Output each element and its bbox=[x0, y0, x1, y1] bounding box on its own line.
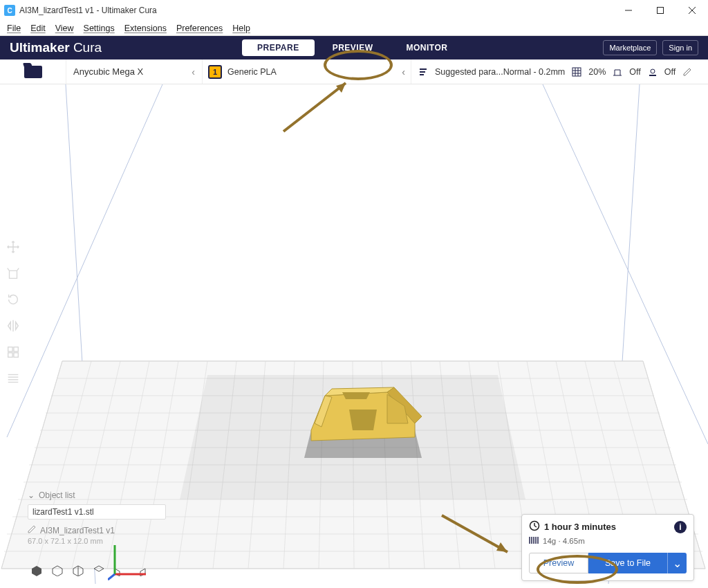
svg-marker-59 bbox=[342, 392, 370, 399]
view-solid-icon[interactable] bbox=[30, 564, 43, 577]
chevron-down-icon: ⌄ bbox=[673, 557, 682, 570]
object-model-name[interactable]: AI3M_lizardTest1 v1 bbox=[28, 525, 166, 535]
support-icon bbox=[613, 67, 622, 77]
stage-tabs: PREPARE PREVIEW MONITOR bbox=[241, 39, 464, 56]
view-front-icon[interactable] bbox=[72, 564, 84, 577]
titlebar: C AI3M_lizardTest1 v1 - Ultimaker Cura bbox=[0, 0, 708, 21]
svg-marker-75 bbox=[94, 566, 104, 571]
material-usage: 14g · 4.65m bbox=[543, 537, 585, 545]
folder-icon bbox=[24, 66, 42, 78]
pencil-icon[interactable] bbox=[682, 67, 692, 77]
close-button[interactable] bbox=[676, 0, 708, 21]
chevron-down-icon: ⌄ bbox=[28, 490, 35, 500]
menu-extensions[interactable]: Extensions bbox=[120, 22, 171, 35]
window-title: AI3M_lizardTest1 v1 - Ultimaker Cura bbox=[19, 6, 157, 15]
menu-view[interactable]: View bbox=[51, 22, 78, 35]
tool-scale[interactable] bbox=[0, 260, 26, 286]
tool-move[interactable] bbox=[0, 234, 26, 260]
minimize-button[interactable] bbox=[613, 0, 644, 21]
window-controls bbox=[613, 0, 708, 21]
tool-support-blocker[interactable] bbox=[0, 365, 26, 392]
view-top-icon[interactable] bbox=[93, 564, 105, 577]
brand-logo: Ultimaker Cura bbox=[10, 40, 102, 55]
adhesion-value: Off bbox=[664, 67, 676, 77]
menu-help[interactable]: Help bbox=[228, 22, 254, 35]
signin-button[interactable]: Sign in bbox=[662, 40, 698, 55]
axis-gizmo bbox=[108, 540, 149, 581]
object-list-toggle[interactable]: ⌄ Object list bbox=[28, 488, 166, 503]
pencil-icon bbox=[28, 525, 36, 535]
print-time: 1 hour 3 minutes bbox=[544, 522, 616, 532]
menu-settings[interactable]: Settings bbox=[80, 22, 119, 35]
material-selector[interactable]: 1 Generic PLA ‹ bbox=[203, 59, 411, 84]
chevron-left-icon: ‹ bbox=[192, 66, 195, 77]
profile-icon bbox=[418, 67, 428, 77]
infill-icon bbox=[572, 67, 581, 77]
support-value: Off bbox=[629, 67, 640, 77]
save-button[interactable]: Save to File bbox=[588, 553, 667, 573]
object-list: ⌄ Object list lizardTest1 v1.stl AI3M_li… bbox=[28, 488, 166, 545]
chevron-left-icon: ‹ bbox=[402, 66, 405, 77]
svg-rect-1 bbox=[658, 8, 664, 14]
menubar: File Edit View Settings Extensions Prefe… bbox=[0, 21, 708, 36]
open-file-button[interactable] bbox=[0, 59, 66, 84]
preview-button[interactable]: Preview bbox=[529, 553, 588, 573]
maximize-button[interactable] bbox=[644, 0, 676, 21]
printer-name: Anycubic Mega X bbox=[73, 66, 143, 77]
svg-rect-64 bbox=[14, 347, 18, 351]
menu-preferences[interactable]: Preferences bbox=[172, 22, 227, 35]
material-lines-icon bbox=[529, 536, 539, 546]
view-xray-icon[interactable] bbox=[51, 564, 64, 577]
menu-file[interactable]: File bbox=[3, 22, 25, 35]
svg-marker-60 bbox=[349, 410, 377, 430]
info-icon[interactable]: i bbox=[674, 521, 687, 533]
tool-rotate[interactable] bbox=[0, 286, 26, 313]
clock-icon bbox=[529, 520, 540, 533]
object-list-title: Object list bbox=[39, 490, 75, 500]
left-toolbar bbox=[0, 234, 26, 392]
tab-preview[interactable]: PREVIEW bbox=[317, 39, 389, 56]
profile-text: Suggested para...Normal - 0.2mm bbox=[435, 67, 565, 77]
svg-marker-71 bbox=[32, 566, 41, 576]
svg-point-13 bbox=[651, 69, 655, 73]
print-settings-selector[interactable]: Suggested para...Normal - 0.2mm 20% Off … bbox=[411, 59, 708, 84]
tool-mirror[interactable] bbox=[0, 313, 26, 339]
action-panel: 1 hour 3 minutes i 14g · 4.65m Preview S… bbox=[521, 514, 694, 581]
svg-rect-65 bbox=[8, 353, 12, 357]
marketplace-button[interactable]: Marketplace bbox=[603, 40, 657, 55]
tab-monitor[interactable]: MONITOR bbox=[391, 39, 463, 56]
object-list-item[interactable]: lizardTest1 v1.stl bbox=[28, 504, 166, 520]
material-name: Generic PLA bbox=[227, 67, 277, 77]
save-dropdown[interactable]: ⌄ bbox=[667, 553, 687, 573]
svg-line-80 bbox=[108, 574, 115, 580]
tool-per-model[interactable] bbox=[0, 339, 26, 365]
svg-marker-72 bbox=[53, 566, 62, 576]
app-header: Ultimaker Cura PREPARE PREVIEW MONITOR M… bbox=[0, 36, 708, 59]
settings-row: Anycubic Mega X ‹ 1 Generic PLA ‹ Sugges… bbox=[0, 59, 708, 84]
svg-line-83 bbox=[534, 526, 537, 527]
extruder-badge: 1 bbox=[208, 65, 222, 79]
infill-value: 20% bbox=[588, 67, 606, 77]
printer-selector[interactable]: Anycubic Mega X ‹ bbox=[66, 59, 203, 84]
app-icon: C bbox=[4, 5, 15, 16]
svg-rect-66 bbox=[14, 353, 18, 357]
svg-rect-63 bbox=[8, 347, 12, 351]
adhesion-icon bbox=[648, 67, 658, 77]
svg-rect-7 bbox=[572, 68, 581, 76]
tab-prepare[interactable]: PREPARE bbox=[242, 39, 315, 56]
menu-edit[interactable]: Edit bbox=[26, 22, 50, 35]
